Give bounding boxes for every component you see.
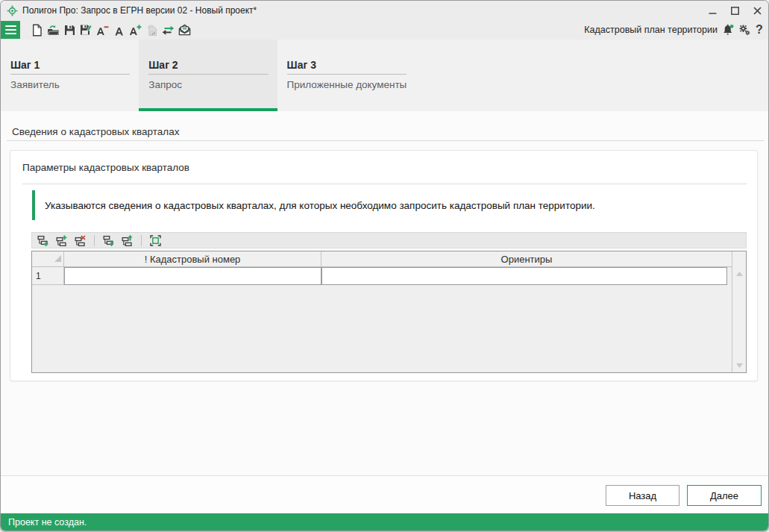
font-decrease-icon (96, 23, 109, 37)
settings-gears-icon (739, 24, 750, 36)
window-title: Полигон Про: Запрос в ЕГРН версии 02 - Н… (22, 5, 257, 16)
hamburger-menu-button[interactable] (1, 21, 20, 39)
back-button[interactable]: Назад (606, 485, 679, 506)
minimize-button[interactable] (701, 1, 724, 20)
landmarks-input[interactable] (321, 267, 727, 285)
save-icon (64, 25, 75, 36)
app-window: Полигон Про: Запрос в ЕГРН версии 02 - Н… (0, 0, 769, 531)
tab-step-1[interactable]: Шаг 1 Заявитель (1, 40, 139, 111)
wizard-footer: Назад Далее (1, 475, 768, 513)
send-mail-icon (178, 24, 191, 36)
insert-row-icon (56, 235, 67, 246)
scroll-up-icon[interactable] (736, 272, 743, 276)
table-empty-area (32, 285, 732, 372)
new-project-button[interactable] (31, 22, 43, 37)
close-icon (753, 7, 762, 15)
section-rule (7, 140, 764, 141)
xml-upload-disabled-icon (146, 24, 158, 37)
font-default-icon (115, 23, 124, 37)
app-logo-icon (7, 5, 18, 16)
content-area: Сведения о кадастровых кварталах Парамет… (1, 111, 768, 475)
note-accent-bar (32, 190, 35, 220)
move-row-up-icon (122, 235, 133, 246)
font-decrease-button[interactable] (96, 22, 109, 37)
window-controls (701, 1, 768, 20)
section-title: Сведения о кадастровых кварталах (12, 126, 179, 137)
table-main: ! Кадастровый номер Ориентиры 1 (32, 251, 732, 372)
info-note: Указываются сведения о кадастровых кварт… (32, 190, 595, 220)
table-vertical-scrollbar[interactable] (732, 251, 746, 372)
document-type-label: Кадастровый план территории (584, 25, 718, 35)
tab-step-1-subtitle: Заявитель (10, 79, 130, 90)
table-header-row: ! Кадастровый номер Ориентиры (32, 251, 732, 267)
parameters-panel: Параметры кадастровых кварталов Указываю… (10, 150, 758, 381)
table-row: 1 (32, 267, 732, 285)
tab-step-2[interactable]: Шаг 2 Запрос (139, 40, 277, 111)
tab-step-2-subtitle: Запрос (148, 79, 268, 90)
note-text: Указываются сведения о кадастровых кварт… (45, 200, 595, 211)
move-row-down-icon (103, 235, 114, 246)
move-row-up-button[interactable] (122, 235, 133, 246)
insert-row-button[interactable] (56, 235, 67, 246)
font-increase-button[interactable] (129, 22, 142, 37)
grid-toolbar-separator (94, 235, 95, 246)
add-row-icon (37, 235, 48, 246)
notifications-button[interactable] (722, 22, 735, 37)
maximize-button[interactable] (724, 1, 746, 20)
tab-step-1-rule (10, 74, 130, 75)
maximize-icon (731, 7, 739, 15)
save-button[interactable] (63, 22, 76, 37)
main-toolbar: Кадастровый план территории (1, 20, 768, 40)
expand-table-button[interactable] (150, 235, 161, 246)
panel-title: Параметры кадастровых кварталов (22, 162, 189, 173)
tab-step-2-title: Шаг 2 (148, 59, 268, 71)
exchange-icon (162, 25, 175, 36)
send-mail-button[interactable] (178, 22, 191, 37)
minimize-icon (709, 7, 717, 15)
step-tabs: Шаг 1 Заявитель Шаг 2 Запрос Шаг 3 Прило… (1, 40, 768, 111)
tab-step-2-rule (148, 74, 268, 75)
expand-table-icon (150, 235, 161, 246)
open-project-icon (47, 24, 60, 37)
move-row-down-button[interactable] (103, 235, 114, 246)
row-number[interactable]: 1 (32, 267, 64, 285)
toolbar-buttons (31, 22, 191, 37)
save-as-icon (80, 24, 92, 36)
add-row-button[interactable] (37, 235, 48, 246)
corner-triangle-icon (54, 255, 61, 262)
panel-rule (22, 184, 747, 184)
toolbar-right: Кадастровый план территории (584, 22, 768, 37)
font-default-button[interactable] (113, 22, 125, 37)
help-button[interactable]: ? (755, 23, 764, 37)
tab-step-3-subtitle: Приложенные документы (287, 79, 407, 90)
font-increase-icon (129, 23, 142, 37)
tab-step-3[interactable]: Шаг 3 Приложенные документы (277, 40, 415, 111)
close-button[interactable] (746, 1, 768, 20)
status-text: Проект не создан. (8, 517, 87, 528)
tab-step-3-title: Шаг 3 (287, 59, 407, 71)
new-project-icon (31, 24, 43, 37)
tab-step-1-title: Шаг 1 (10, 59, 130, 71)
quarters-table: ! Кадастровый номер Ориентиры 1 (31, 251, 747, 373)
next-button[interactable]: Далее (687, 485, 762, 506)
delete-row-button[interactable] (75, 235, 86, 246)
xml-upload-disabled-button (145, 22, 158, 37)
exchange-button[interactable] (162, 22, 175, 37)
delete-row-icon (75, 235, 86, 246)
grid-toolbar-separator-2 (141, 235, 142, 246)
save-as-button[interactable] (80, 22, 92, 37)
column-header-cadastral-number[interactable]: ! Кадастровый номер (64, 251, 321, 266)
open-project-button[interactable] (47, 22, 60, 37)
scroll-down-icon[interactable] (736, 363, 743, 368)
grid-toolbar (31, 232, 747, 248)
column-header-landmarks[interactable]: Ориентиры (321, 251, 732, 266)
table-corner-cell[interactable] (32, 251, 64, 266)
settings-button[interactable] (739, 22, 750, 37)
tab-step-3-rule (287, 74, 407, 75)
status-bar: Проект не создан. (1, 513, 768, 531)
title-bar: Полигон Про: Запрос в ЕГРН версии 02 - Н… (1, 1, 768, 20)
cadastral-number-input[interactable] (64, 267, 321, 285)
notification-bell-icon (722, 23, 735, 37)
